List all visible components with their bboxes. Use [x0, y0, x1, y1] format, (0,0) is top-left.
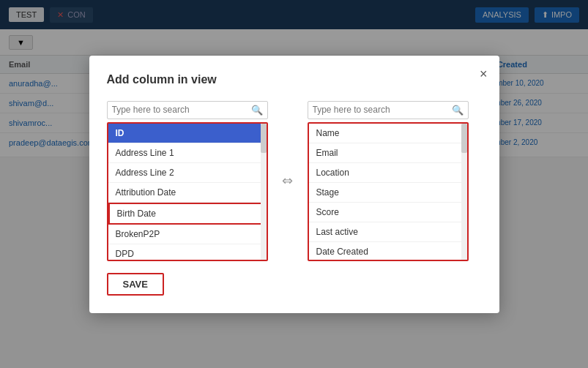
list-item-address2[interactable]: Address Line 2 — [108, 163, 267, 183]
right-list-item-name[interactable]: Name — [309, 124, 467, 143]
right-list-item-lastactive[interactable]: Last active — [309, 222, 467, 242]
right-scrollbar[interactable] — [461, 124, 467, 260]
left-list: ID Address Line 1 Address Line 2 Attribu… — [107, 122, 268, 261]
list-item-address1[interactable]: Address Line 1 — [108, 143, 267, 163]
columns-layout: 🔍 ID Address Line 1 Address Line 2 Attri… — [107, 101, 482, 261]
right-list-item-datecreated[interactable]: Date Created — [309, 242, 467, 261]
left-search-box[interactable]: 🔍 — [107, 101, 268, 119]
right-panel: 🔍 Name Email Location Stage — [308, 101, 469, 261]
list-item-dpd[interactable]: DPD — [108, 244, 267, 261]
modal-overlay: Add column in view × 🔍 ID Address Line 1 — [0, 0, 588, 368]
right-scrollbar-thumb[interactable] — [461, 124, 467, 153]
close-button[interactable]: × — [480, 67, 488, 80]
left-search-icon: 🔍 — [251, 105, 263, 116]
left-search-input[interactable] — [112, 105, 251, 115]
left-scrollbar[interactable] — [261, 124, 267, 260]
list-item-id[interactable]: ID — [108, 124, 267, 143]
list-item-attribution[interactable]: Attribution Date — [108, 183, 267, 203]
right-list-item-score[interactable]: Score — [309, 203, 467, 222]
save-button[interactable]: SAVE — [107, 273, 164, 296]
right-search-icon: 🔍 — [452, 105, 464, 116]
right-list: Name Email Location Stage Score — [308, 122, 469, 261]
transfer-arrows[interactable]: ⇔ — [277, 173, 299, 189]
right-list-item-location[interactable]: Location — [309, 163, 467, 183]
add-column-modal: Add column in view × 🔍 ID Address Line 1 — [89, 56, 499, 313]
right-search-input[interactable] — [313, 105, 452, 115]
modal-title: Add column in view — [107, 73, 482, 86]
list-item-birthdate[interactable]: Birth Date — [108, 203, 267, 225]
left-panel: 🔍 ID Address Line 1 Address Line 2 Attri… — [107, 101, 268, 261]
right-list-item-stage[interactable]: Stage — [309, 183, 467, 203]
right-list-item-email[interactable]: Email — [309, 143, 467, 163]
right-search-box[interactable]: 🔍 — [308, 101, 469, 119]
left-scrollbar-thumb[interactable] — [261, 124, 267, 153]
list-item-brokenp2p[interactable]: BrokenP2P — [108, 225, 267, 244]
